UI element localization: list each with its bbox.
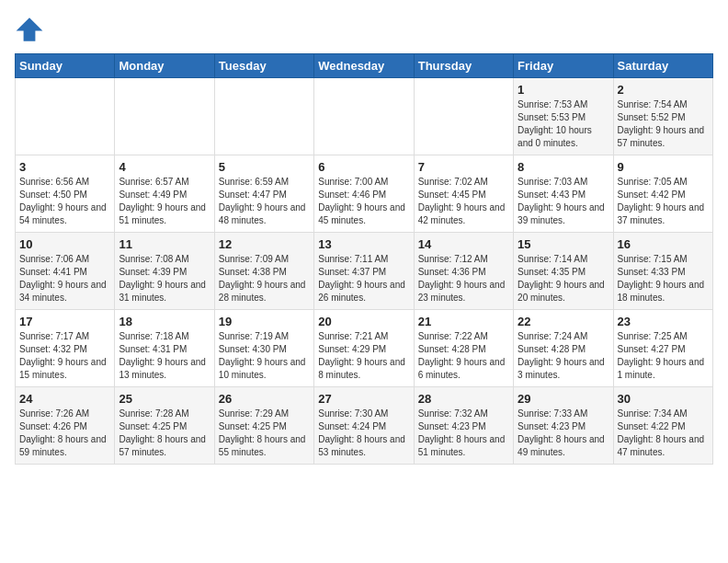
calendar-cell: 14Sunrise: 7:12 AM Sunset: 4:36 PM Dayli… bbox=[414, 233, 513, 310]
day-info: Sunrise: 7:12 AM Sunset: 4:36 PM Dayligh… bbox=[418, 253, 509, 304]
day-info: Sunrise: 7:18 AM Sunset: 4:31 PM Dayligh… bbox=[119, 330, 210, 382]
logo bbox=[15, 15, 48, 44]
day-info: Sunrise: 7:02 AM Sunset: 4:45 PM Dayligh… bbox=[418, 176, 509, 227]
day-info: Sunrise: 7:54 AM Sunset: 5:52 PM Dayligh… bbox=[618, 98, 709, 150]
day-info: Sunrise: 7:09 AM Sunset: 4:38 PM Dayligh… bbox=[219, 253, 310, 304]
day-number: 13 bbox=[318, 237, 409, 251]
calendar-week-row: 3Sunrise: 6:56 AM Sunset: 4:50 PM Daylig… bbox=[16, 155, 713, 233]
day-number: 18 bbox=[119, 315, 210, 328]
day-number: 26 bbox=[219, 392, 310, 406]
calendar-cell: 19Sunrise: 7:19 AM Sunset: 4:30 PM Dayli… bbox=[214, 310, 313, 387]
day-number: 19 bbox=[219, 315, 310, 328]
calendar-cell: 4Sunrise: 6:57 AM Sunset: 4:49 PM Daylig… bbox=[115, 155, 214, 233]
logo-icon bbox=[15, 15, 44, 44]
calendar-cell: 27Sunrise: 7:30 AM Sunset: 4:24 PM Dayli… bbox=[314, 387, 414, 465]
calendar-table: SundayMondayTuesdayWednesdayThursdayFrid… bbox=[15, 53, 713, 465]
calendar-cell: 5Sunrise: 6:59 AM Sunset: 4:47 PM Daylig… bbox=[214, 155, 313, 233]
calendar-header-row: SundayMondayTuesdayWednesdayThursdayFrid… bbox=[16, 54, 713, 78]
calendar-cell: 6Sunrise: 7:00 AM Sunset: 4:46 PM Daylig… bbox=[314, 155, 414, 233]
day-number: 21 bbox=[418, 315, 509, 328]
day-info: Sunrise: 7:03 AM Sunset: 4:43 PM Dayligh… bbox=[518, 176, 609, 227]
day-number: 4 bbox=[119, 160, 210, 174]
calendar-cell: 8Sunrise: 7:03 AM Sunset: 4:43 PM Daylig… bbox=[514, 155, 613, 233]
calendar-cell: 13Sunrise: 7:11 AM Sunset: 4:37 PM Dayli… bbox=[314, 233, 414, 310]
calendar-week-row: 24Sunrise: 7:26 AM Sunset: 4:26 PM Dayli… bbox=[16, 387, 713, 465]
calendar-cell: 24Sunrise: 7:26 AM Sunset: 4:26 PM Dayli… bbox=[16, 387, 115, 465]
day-number: 16 bbox=[618, 237, 709, 251]
day-number: 5 bbox=[219, 160, 310, 174]
calendar-cell: 15Sunrise: 7:14 AM Sunset: 4:35 PM Dayli… bbox=[514, 233, 613, 310]
day-number: 2 bbox=[618, 83, 709, 97]
day-info: Sunrise: 7:29 AM Sunset: 4:25 PM Dayligh… bbox=[219, 408, 310, 459]
day-info: Sunrise: 7:14 AM Sunset: 4:35 PM Dayligh… bbox=[518, 253, 609, 304]
day-info: Sunrise: 7:32 AM Sunset: 4:23 PM Dayligh… bbox=[418, 408, 509, 459]
calendar-cell bbox=[214, 78, 313, 155]
day-info: Sunrise: 7:17 AM Sunset: 4:32 PM Dayligh… bbox=[19, 330, 110, 382]
day-info: Sunrise: 6:57 AM Sunset: 4:49 PM Dayligh… bbox=[119, 176, 210, 227]
day-info: Sunrise: 7:34 AM Sunset: 4:22 PM Dayligh… bbox=[618, 408, 709, 459]
calendar-cell: 30Sunrise: 7:34 AM Sunset: 4:22 PM Dayli… bbox=[613, 387, 712, 465]
calendar-week-row: 17Sunrise: 7:17 AM Sunset: 4:32 PM Dayli… bbox=[16, 310, 713, 387]
day-info: Sunrise: 7:53 AM Sunset: 5:53 PM Dayligh… bbox=[518, 98, 609, 150]
day-info: Sunrise: 7:26 AM Sunset: 4:26 PM Dayligh… bbox=[19, 408, 110, 459]
day-info: Sunrise: 7:00 AM Sunset: 4:46 PM Dayligh… bbox=[318, 176, 409, 227]
day-info: Sunrise: 7:08 AM Sunset: 4:39 PM Dayligh… bbox=[119, 253, 210, 304]
day-info: Sunrise: 7:30 AM Sunset: 4:24 PM Dayligh… bbox=[318, 408, 409, 459]
calendar-cell bbox=[115, 78, 214, 155]
day-info: Sunrise: 7:22 AM Sunset: 4:28 PM Dayligh… bbox=[418, 330, 509, 382]
calendar-cell: 25Sunrise: 7:28 AM Sunset: 4:25 PM Dayli… bbox=[115, 387, 214, 465]
day-number: 25 bbox=[119, 392, 210, 406]
calendar-cell: 11Sunrise: 7:08 AM Sunset: 4:39 PM Dayli… bbox=[115, 233, 214, 310]
header-day-wednesday: Wednesday bbox=[314, 54, 414, 78]
day-info: Sunrise: 7:25 AM Sunset: 4:27 PM Dayligh… bbox=[618, 330, 709, 382]
day-info: Sunrise: 7:11 AM Sunset: 4:37 PM Dayligh… bbox=[318, 253, 409, 304]
day-info: Sunrise: 6:59 AM Sunset: 4:47 PM Dayligh… bbox=[219, 176, 310, 227]
calendar-week-row: 10Sunrise: 7:06 AM Sunset: 4:41 PM Dayli… bbox=[16, 233, 713, 310]
day-number: 7 bbox=[418, 160, 509, 174]
calendar-cell: 3Sunrise: 6:56 AM Sunset: 4:50 PM Daylig… bbox=[16, 155, 115, 233]
day-number: 11 bbox=[119, 237, 210, 251]
day-number: 28 bbox=[418, 392, 509, 406]
day-info: Sunrise: 7:19 AM Sunset: 4:30 PM Dayligh… bbox=[219, 330, 310, 382]
calendar-cell: 29Sunrise: 7:33 AM Sunset: 4:23 PM Dayli… bbox=[514, 387, 613, 465]
calendar-cell: 7Sunrise: 7:02 AM Sunset: 4:45 PM Daylig… bbox=[414, 155, 513, 233]
day-number: 17 bbox=[19, 315, 110, 328]
calendar-cell: 18Sunrise: 7:18 AM Sunset: 4:31 PM Dayli… bbox=[115, 310, 214, 387]
day-number: 1 bbox=[518, 83, 609, 97]
day-info: Sunrise: 7:15 AM Sunset: 4:33 PM Dayligh… bbox=[618, 253, 709, 304]
day-number: 12 bbox=[219, 237, 310, 251]
calendar-cell: 10Sunrise: 7:06 AM Sunset: 4:41 PM Dayli… bbox=[16, 233, 115, 310]
day-info: Sunrise: 7:05 AM Sunset: 4:42 PM Dayligh… bbox=[618, 176, 709, 227]
day-number: 6 bbox=[318, 160, 409, 174]
day-info: Sunrise: 7:33 AM Sunset: 4:23 PM Dayligh… bbox=[518, 408, 609, 459]
calendar-cell: 2Sunrise: 7:54 AM Sunset: 5:52 PM Daylig… bbox=[613, 78, 712, 155]
day-number: 9 bbox=[618, 160, 709, 174]
page-header bbox=[15, 15, 713, 44]
day-info: Sunrise: 7:06 AM Sunset: 4:41 PM Dayligh… bbox=[19, 253, 110, 304]
header-day-tuesday: Tuesday bbox=[214, 54, 313, 78]
day-info: Sunrise: 7:28 AM Sunset: 4:25 PM Dayligh… bbox=[119, 408, 210, 459]
calendar-cell: 26Sunrise: 7:29 AM Sunset: 4:25 PM Dayli… bbox=[214, 387, 313, 465]
header-day-monday: Monday bbox=[115, 54, 214, 78]
header-day-saturday: Saturday bbox=[613, 54, 712, 78]
calendar-cell: 16Sunrise: 7:15 AM Sunset: 4:33 PM Dayli… bbox=[613, 233, 712, 310]
day-number: 22 bbox=[518, 315, 609, 328]
calendar-cell: 1Sunrise: 7:53 AM Sunset: 5:53 PM Daylig… bbox=[514, 78, 613, 155]
calendar-cell: 22Sunrise: 7:24 AM Sunset: 4:28 PM Dayli… bbox=[514, 310, 613, 387]
day-number: 30 bbox=[618, 392, 709, 406]
calendar-cell: 17Sunrise: 7:17 AM Sunset: 4:32 PM Dayli… bbox=[16, 310, 115, 387]
day-number: 15 bbox=[518, 237, 609, 251]
day-number: 3 bbox=[19, 160, 110, 174]
calendar-cell bbox=[16, 78, 115, 155]
calendar-cell: 20Sunrise: 7:21 AM Sunset: 4:29 PM Dayli… bbox=[314, 310, 414, 387]
calendar-cell: 12Sunrise: 7:09 AM Sunset: 4:38 PM Dayli… bbox=[214, 233, 313, 310]
day-info: Sunrise: 7:21 AM Sunset: 4:29 PM Dayligh… bbox=[318, 330, 409, 382]
day-info: Sunrise: 6:56 AM Sunset: 4:50 PM Dayligh… bbox=[19, 176, 110, 227]
calendar-week-row: 1Sunrise: 7:53 AM Sunset: 5:53 PM Daylig… bbox=[16, 78, 713, 155]
header-day-friday: Friday bbox=[514, 54, 613, 78]
calendar-cell: 28Sunrise: 7:32 AM Sunset: 4:23 PM Dayli… bbox=[414, 387, 513, 465]
calendar-cell: 9Sunrise: 7:05 AM Sunset: 4:42 PM Daylig… bbox=[613, 155, 712, 233]
day-number: 10 bbox=[19, 237, 110, 251]
day-number: 14 bbox=[418, 237, 509, 251]
day-number: 20 bbox=[318, 315, 409, 328]
